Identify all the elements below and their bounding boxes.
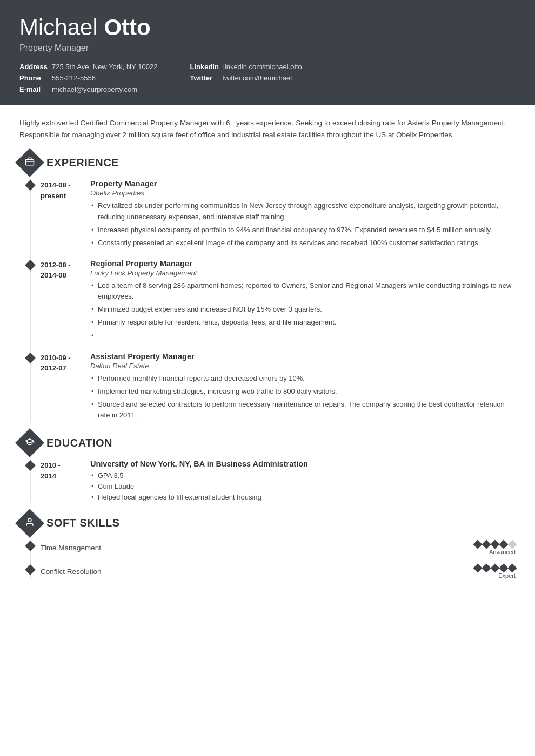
education-section: EDUCATION 2010 -2014 University of New Y… <box>19 433 516 503</box>
resume-header: Michael Otto Property Manager Address 72… <box>0 0 535 105</box>
graduation-icon <box>25 437 35 449</box>
job-company-2: Lucky Luck Property Management <box>90 269 516 277</box>
job-title-2: Regional Property Manager <box>90 259 516 268</box>
job-bullets-2: Led a team of 8 serving 286 apartment ho… <box>90 280 516 341</box>
bullet-1-1: Revitalized six under-performing communi… <box>90 200 516 222</box>
soft-skills-header: SOFT SKILLS <box>19 513 516 534</box>
skill-diamonds-2 <box>474 565 516 571</box>
edu-bullet-1-3: Helped local agencies to fill external s… <box>90 492 516 503</box>
skill-rating-2: Expert <box>474 565 516 579</box>
bullet-3-3: Sourced and selected contractors to perf… <box>90 399 516 421</box>
diamond-2-5 <box>508 563 517 572</box>
contact-linkedin: LinkedIn linkedin.com/michael.otto <box>190 63 302 71</box>
address-value: 725 5th Ave, New York, NY 10022 <box>52 63 157 71</box>
twitter-label: Twitter <box>190 74 218 82</box>
job-company-1: Obelix Properties <box>90 189 516 197</box>
job-date-3: 2010-09 -2012-07 <box>31 352 85 423</box>
bullet-2-2: Minimized budget expenses and increased … <box>90 304 516 315</box>
job-title-3: Assistant Property Manager <box>90 352 516 361</box>
twitter-value: twitter.com/themichael <box>222 74 292 82</box>
skill-level-2: Expert <box>498 572 516 579</box>
bullet-3-1: Performed monthly financial reports and … <box>90 373 516 384</box>
education-title: EDUCATION <box>46 437 112 449</box>
bullet-2-4 <box>90 330 516 341</box>
soft-skills-timeline: Time Management Advanced <box>30 540 516 579</box>
linkedin-label: LinkedIn <box>190 63 218 71</box>
summary-text: Highly extroverted Certified Commercial … <box>19 117 516 140</box>
contact-right: LinkedIn linkedin.com/michael.otto Twitt… <box>190 63 302 93</box>
experience-timeline: 2014-08 -present Property Manager Obelix… <box>30 179 516 423</box>
edu-item-1: 2010 -2014 University of New York, NY, B… <box>31 460 516 503</box>
education-header: EDUCATION <box>19 433 516 453</box>
experience-title: EXPERIENCE <box>46 157 119 169</box>
contact-left: Address 725 5th Ave, New York, NY 10022 … <box>19 63 157 93</box>
person-icon <box>25 517 35 529</box>
contact-twitter: Twitter twitter.com/themichael <box>190 74 302 82</box>
job-content-3: Assistant Property Manager Dalton Real E… <box>85 352 516 423</box>
phone-value: 555-212-5556 <box>52 74 96 82</box>
diamond-2-1 <box>473 563 483 572</box>
linkedin-value: linkedin.com/michael.otto <box>223 63 302 71</box>
contact-email: E-mail michael@yourproperty.com <box>19 85 157 93</box>
skill-row-1: Time Management Advanced <box>31 540 516 555</box>
email-label: E-mail <box>19 85 48 93</box>
skill-level-1: Advanced <box>489 549 516 555</box>
svg-point-3 <box>28 518 31 522</box>
job-item-2: 2012-08 -2014-08 Regional Property Manag… <box>31 259 516 343</box>
candidate-name: Michael Otto <box>19 15 516 40</box>
edu-degree-1: University of New York, NY, BA in Busine… <box>90 460 516 468</box>
education-icon <box>15 428 44 457</box>
address-label: Address <box>19 63 48 71</box>
email-value: michael@yourproperty.com <box>52 85 137 93</box>
skill-name-2: Conflict Resolution <box>41 568 102 576</box>
diamond-2-3 <box>491 563 500 572</box>
edu-date-text-1: 2010 -2014 <box>41 461 61 480</box>
bullet-2-1: Led a team of 8 serving 286 apartment ho… <box>90 280 516 302</box>
resume-main: Highly extroverted Certified Commercial … <box>0 105 535 608</box>
diamond-2-2 <box>482 563 491 572</box>
soft-skills-icon <box>15 509 44 538</box>
soft-skills-section: SOFT SKILLS Time Management <box>19 513 516 579</box>
first-name: Michael <box>19 15 104 40</box>
job-content-2: Regional Property Manager Lucky Luck Pro… <box>85 259 516 343</box>
skill-item-2: Conflict Resolution Expert <box>31 564 516 579</box>
diamond-1-2 <box>482 539 491 549</box>
job-company-3: Dalton Real Estate <box>90 362 516 370</box>
date-text-1: 2014-08 -present <box>41 181 71 200</box>
date-text-2: 2012-08 -2014-08 <box>41 261 71 280</box>
bullet-3-2: Implemented marketing strategies, increa… <box>90 386 516 397</box>
job-bullets-1: Revitalized six under-performing communi… <box>90 200 516 248</box>
bullet-1-2: Increased physical occupancy of portfoli… <box>90 225 516 235</box>
edu-bullet-1-1: GPA 3.5 <box>90 470 516 481</box>
diamond-1-3 <box>491 539 500 549</box>
diamond-2-4 <box>499 563 509 572</box>
contact-address: Address 725 5th Ave, New York, NY 10022 <box>19 63 157 71</box>
last-name: Otto <box>104 15 150 40</box>
edu-bullets-1: GPA 3.5 Cum Laude Helped local agencies … <box>90 470 516 503</box>
edu-content-1: University of New York, NY, BA in Busine… <box>85 460 516 503</box>
experience-header: EXPERIENCE <box>19 152 516 173</box>
education-timeline: 2010 -2014 University of New York, NY, B… <box>30 460 516 503</box>
edu-date-1: 2010 -2014 <box>31 460 85 503</box>
job-item-1: 2014-08 -present Property Manager Obelix… <box>31 179 516 251</box>
contact-phone: Phone 555-212-5556 <box>19 74 157 82</box>
job-title-1: Property Manager <box>90 179 516 188</box>
diamond-1-5 <box>508 539 517 549</box>
job-content-1: Property Manager Obelix Properties Revit… <box>85 179 516 251</box>
skill-name-1: Time Management <box>41 544 101 552</box>
contact-info: Address 725 5th Ave, New York, NY 10022 … <box>19 63 516 93</box>
job-date-1: 2014-08 -present <box>31 179 85 251</box>
job-bullets-3: Performed monthly financial reports and … <box>90 373 516 421</box>
soft-skills-title: SOFT SKILLS <box>46 517 120 529</box>
diamond-1-1 <box>473 539 483 549</box>
skill-diamonds-1 <box>474 541 516 548</box>
briefcase-icon <box>25 157 35 168</box>
skill-item-1: Time Management Advanced <box>31 540 516 555</box>
job-date-2: 2012-08 -2014-08 <box>31 259 85 343</box>
skill-rating-1: Advanced <box>474 541 516 555</box>
experience-section: EXPERIENCE 2014-08 -present Property Man… <box>19 152 516 423</box>
experience-icon <box>15 148 44 178</box>
skill-row-2: Conflict Resolution Expert <box>31 564 516 579</box>
candidate-title: Property Manager <box>19 43 516 53</box>
edu-bullet-1-2: Cum Laude <box>90 481 516 492</box>
